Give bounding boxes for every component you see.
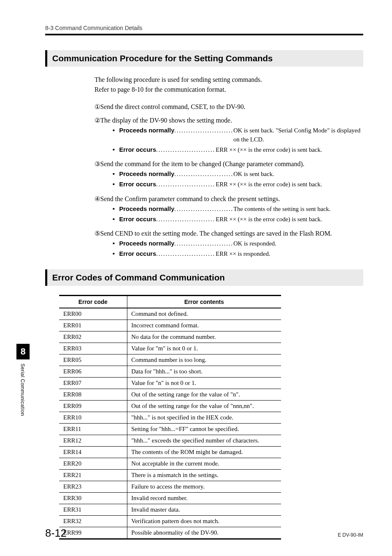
sub-item-result: The contents of the setting is sent back…	[233, 205, 363, 214]
table-row: ERR09Out of the setting range for the va…	[59, 400, 281, 412]
sub-item-label: Error occurs	[119, 249, 156, 258]
chapter-number: 8	[16, 344, 30, 359]
section-heading-errors: Error Codes of Command Communication	[45, 269, 363, 286]
cell-error-code: ERR12	[59, 435, 127, 446]
chapter-label: Serial Communication	[16, 364, 25, 416]
step-title: ④Send the Confirm parameter command to c…	[95, 195, 363, 203]
procedure-step: ③Send the command for the item to be cha…	[95, 160, 363, 189]
cell-error-code: ERR02	[59, 331, 127, 343]
table-row: ERR06Data for "hhh..." is too short.	[59, 366, 281, 377]
cell-error-code: ERR07	[59, 377, 127, 389]
header-rule	[45, 34, 363, 35]
procedure-step: ①Send the direct control command, CSET, …	[95, 103, 363, 111]
cell-error-contents: Not acceptable in the current mode.	[127, 458, 281, 469]
cell-error-code: ERR21	[59, 469, 127, 481]
table-row: ERR08Out of the setting range for the va…	[59, 389, 281, 400]
cell-error-contents: Command number is too long.	[127, 354, 281, 366]
cell-error-code: ERR06	[59, 366, 127, 377]
table-row: ERR20Not acceptable in the current mode.	[59, 458, 281, 469]
table-row: ERR00Command not defined.	[59, 308, 281, 320]
sub-item-label: Error occurs	[119, 145, 156, 154]
step-sub-item: •Proceeds normally......................…	[113, 126, 363, 144]
sub-item-result: OK is responded.	[233, 239, 363, 248]
cell-error-contents: No data for the command number.	[127, 331, 281, 343]
side-tab: 8 Serial Communication	[16, 344, 30, 416]
leader-dots: .........................	[174, 126, 233, 135]
cell-error-code: ERR30	[59, 492, 127, 504]
leader-dots: .........................	[156, 215, 216, 224]
intro-line-1: The following procedure is used for send…	[95, 75, 363, 85]
table-row: ERR21There is a mismatch in the settings…	[59, 469, 281, 481]
cell-error-code: ERR01	[59, 320, 127, 331]
cell-error-contents: Value for "m" is not 0 or 1.	[127, 343, 281, 354]
cell-error-contents: Out of the setting range for the value o…	[127, 400, 281, 412]
cell-error-contents: Failure to access the memory.	[127, 481, 281, 492]
cell-error-code: ERR11	[59, 423, 127, 435]
error-codes-table: Error code Error contents ERR00Command n…	[59, 295, 281, 540]
sub-item-result: OK is sent back. "Serial Config Mode" is…	[233, 126, 363, 144]
cell-error-contents: Verification pattern does not match.	[127, 515, 281, 527]
step-title: ③Send the command for the item to be cha…	[95, 160, 363, 168]
cell-error-contents: Value for "n" is not 0 or 1.	[127, 377, 281, 389]
cell-error-code: ERR09	[59, 400, 127, 412]
cell-error-contents: "hhh..." is not specified in the HEX cod…	[127, 412, 281, 423]
sub-item-result: ERR ×× (×× is the error code) is sent ba…	[216, 146, 363, 155]
sub-item-label: Error occurs	[119, 180, 156, 189]
table-row: ERR11Setting for "hhh...=FF" cannot be s…	[59, 423, 281, 435]
section-heading-procedure: Communication Procedure for the Setting …	[45, 50, 363, 67]
cell-error-code: ERR00	[59, 308, 127, 320]
bullet-icon: •	[113, 215, 119, 224]
sub-item-result: OK is sent back.	[233, 170, 363, 179]
leader-dots: .........................	[174, 239, 233, 248]
step-sub-item: •Proceeds normally......................…	[113, 239, 363, 248]
step-title: ②The display of the DV-90 shows the sett…	[95, 116, 363, 124]
cell-error-code: ERR10	[59, 412, 127, 423]
table-row: ERR02No data for the command number.	[59, 331, 281, 343]
sub-item-result: ERR ×× is responded.	[216, 250, 363, 259]
sub-item-result: ERR ×× (×× is the error code) is sent ba…	[216, 180, 363, 189]
cell-error-code: ERR08	[59, 389, 127, 400]
table-row: ERR30Invalid record number.	[59, 492, 281, 504]
cell-error-contents: Invalid record number.	[127, 492, 281, 504]
leader-dots: .........................	[174, 205, 233, 214]
bullet-icon: •	[113, 249, 119, 259]
bullet-icon: •	[113, 145, 119, 155]
step-title: ①Send the direct control command, CSET, …	[95, 103, 363, 111]
table-row: ERR14The contents of the ROM might be da…	[59, 446, 281, 458]
sub-item-label: Proceeds normally	[119, 239, 174, 248]
breadcrumb: 8-3 Command Communication Details	[45, 25, 363, 31]
leader-dots: .........................	[156, 180, 216, 189]
table-row: ERR12"hhh..." exceeds the specified numb…	[59, 435, 281, 446]
cell-error-code: ERR03	[59, 343, 127, 354]
step-title: ⑤Send CEND to exit the setting mode. The…	[95, 229, 363, 237]
step-sub-item: •Error occurs.........................ER…	[113, 215, 363, 224]
bullet-icon: •	[113, 180, 119, 189]
step-sub-item: •Error occurs.........................ER…	[113, 180, 363, 189]
table-row: ERR10"hhh..." is not specified in the HE…	[59, 412, 281, 423]
col-error-contents: Error contents	[127, 295, 281, 308]
cell-error-code: ERR31	[59, 504, 127, 515]
sub-item-label: Proceeds normally	[119, 126, 174, 135]
bullet-icon: •	[113, 126, 119, 144]
table-row: ERR31Invalid master data.	[59, 504, 281, 515]
table-row: ERR01Incorrect command format.	[59, 320, 281, 331]
step-sub-item: •Proceeds normally......................…	[113, 169, 363, 179]
step-sub-item: •Error occurs.........................ER…	[113, 145, 363, 155]
leader-dots: .........................	[174, 170, 233, 179]
cell-error-code: ERR05	[59, 354, 127, 366]
bullet-icon: •	[113, 239, 119, 248]
cell-error-contents: Incorrect command format.	[127, 320, 281, 331]
table-row: ERR03Value for "m" is not 0 or 1.	[59, 343, 281, 354]
leader-dots: .........................	[156, 250, 216, 259]
cell-error-contents: Out of the setting range for the value o…	[127, 389, 281, 400]
cell-error-code: ERR32	[59, 515, 127, 527]
sub-item-label: Proceeds normally	[119, 169, 174, 178]
cell-error-contents: There is a mismatch in the settings.	[127, 469, 281, 481]
table-row: ERR07Value for "n" is not 0 or 1.	[59, 377, 281, 389]
sub-item-result: ERR ×× (×× is the error code) is sent ba…	[216, 215, 363, 224]
cell-error-contents: Data for "hhh..." is too short.	[127, 366, 281, 377]
cell-error-contents: Invalid master data.	[127, 504, 281, 515]
cell-error-code: ERR20	[59, 458, 127, 469]
intro-line-2: Refer to page 8-10 for the communication…	[95, 85, 363, 95]
procedure-step: ④Send the Confirm parameter command to c…	[95, 195, 363, 224]
